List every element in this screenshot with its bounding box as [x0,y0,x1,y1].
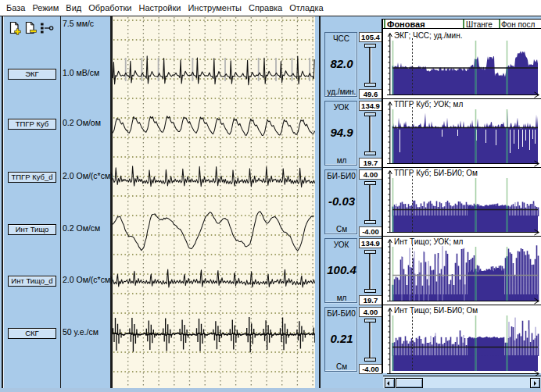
svg-text:ЭКГ; ЧСС; уд./мин.: ЭКГ; ЧСС; уд./мин. [394,31,462,40]
svg-text:ТПГР Куб; УОК; мл: ТПГР Куб; УОК; мл [394,100,463,109]
svg-text:Инт Тищо; УОК; мл: Инт Тищо; УОК; мл [394,237,464,246]
svg-text:Инт Тищо; БИ-БИ0; Ом: Инт Тищо; БИ-БИ0; Ом [394,306,478,315]
svg-text:ТПГР Куб; БИ-БИ0; Ом: ТПГР Куб; БИ-БИ0; Ом [394,169,478,177]
